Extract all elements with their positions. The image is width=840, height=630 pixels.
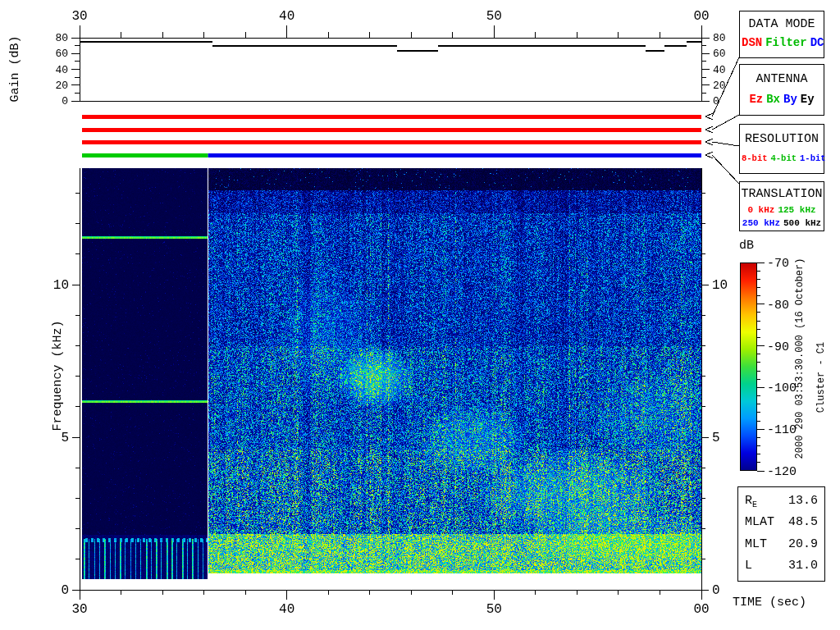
- table-row: MLAT 48.5: [745, 515, 818, 531]
- data-mode-box: DATA MODE DSNFilterDC: [739, 11, 824, 58]
- colorbar-tick-label: -80: [767, 299, 789, 313]
- axis-line: [705, 126, 713, 130]
- legend-item: 8-bit: [742, 153, 768, 163]
- time-tick-label-bottom: 50: [486, 602, 502, 617]
- gain-axis-title: Gain (dB): [8, 35, 22, 102]
- antenna-bar: [82, 128, 701, 132]
- translation-title: TRANSLATION: [740, 187, 824, 201]
- resolution-box: RESOLUTION 8-bit4-bit1-bit: [739, 124, 824, 174]
- table-row: RE 13.6: [745, 494, 818, 509]
- data-mode-title: DATA MODE: [740, 17, 824, 31]
- freq-tick-label-left: 0: [61, 583, 69, 598]
- antenna-values: EzBxByEy: [740, 93, 824, 106]
- spectrogram-canvas: [80, 168, 701, 579]
- antenna-box: ANTENNA EzBxByEy: [739, 64, 824, 116]
- colorbar-gradient: [740, 262, 757, 471]
- axis-line: [712, 155, 739, 184]
- legend-item: 4-bit: [771, 153, 797, 163]
- time-tick-label-bottom: 40: [279, 602, 294, 617]
- row-label: RE: [745, 494, 757, 509]
- axis-line: [705, 142, 713, 145]
- wbd-plot-page: 3040500000202040406060808000551010304050…: [0, 0, 840, 630]
- time-tick-label-bottom: 00: [693, 602, 709, 617]
- table-row: MLT 20.9: [745, 537, 818, 553]
- time-tick-label-top: 50: [486, 9, 502, 24]
- legend-item: 500 kHz: [783, 218, 821, 228]
- resolution-bar: [82, 140, 701, 144]
- gain-tick-label-right: 20: [713, 80, 726, 92]
- axis-line: [712, 115, 739, 130]
- row-value: 20.9: [788, 537, 818, 553]
- gain-tick-label-left: 80: [55, 32, 68, 44]
- freq-tick-label-right: 0: [712, 583, 720, 598]
- axis-line: [705, 113, 713, 116]
- freq-tick-label-right: 10: [712, 278, 728, 293]
- gain-tick-label-right: 40: [713, 64, 726, 76]
- axis-line: [712, 57, 739, 116]
- time-tick-label-top: 40: [279, 9, 294, 24]
- gain-tick-label-left: 20: [55, 80, 68, 92]
- colorbar-tick-label: -110: [767, 423, 797, 437]
- freq-tick-label-right: 5: [712, 431, 720, 445]
- gain-tick-label-left: 0: [62, 95, 68, 107]
- gain-tick-label-right: 60: [713, 48, 726, 60]
- legend-item: DSN: [742, 36, 762, 49]
- legend-item-row: 0 kHz125 kHz: [740, 203, 824, 217]
- axis-line: [705, 116, 713, 120]
- gain-tick-label-right: 80: [713, 32, 726, 44]
- row-value: 31.0: [788, 559, 818, 574]
- colorbar-tick-label: -120: [767, 465, 797, 479]
- translation-bar: [208, 153, 701, 158]
- translation-values: 0 kHz125 kHz250 kHz500 kHz: [740, 203, 824, 230]
- axis-line: [705, 152, 713, 155]
- translation-box: TRANSLATION 0 kHz125 kHz250 kHz500 kHz: [739, 181, 824, 231]
- data-mode-bar: [82, 115, 701, 119]
- row-value: 13.6: [788, 494, 818, 509]
- colorbar-tick-label: -90: [767, 340, 789, 354]
- translation-bar: [82, 153, 208, 158]
- colorbar-tick-label: -70: [767, 257, 789, 271]
- legend-item: Filter: [765, 36, 806, 49]
- legend-item-row: 250 kHz500 kHz: [740, 217, 824, 230]
- colorbar-tick-label: -100: [767, 381, 797, 395]
- time-tick-label-top: 30: [71, 9, 87, 24]
- row-label: L: [745, 559, 752, 574]
- legend-item: 1-bit: [800, 153, 826, 163]
- spacecraft-label: Cluster - C1: [815, 342, 827, 413]
- time-tick-label-bottom: 30: [71, 602, 87, 617]
- freq-tick-label-left: 10: [53, 278, 69, 293]
- resolution-title: RESOLUTION: [740, 132, 824, 146]
- data-mode-values: DSNFilterDC: [740, 36, 824, 49]
- ephemeris-table: RE 13.6 MLAT 48.5 MLT 20.9 L 31.0: [737, 486, 825, 582]
- axis-line: [705, 155, 713, 158]
- gain-tick-label-right: 0: [713, 95, 719, 107]
- legend-item: By: [783, 93, 797, 106]
- gain-plot-frame: [80, 38, 701, 101]
- axis-line: [705, 130, 713, 133]
- antenna-title: ANTENNA: [740, 72, 824, 86]
- colorbar-unit-label: dB: [739, 239, 754, 253]
- legend-item: 0 kHz: [747, 205, 774, 215]
- row-label: MLAT: [745, 515, 774, 531]
- legend-item: Ey: [801, 93, 815, 106]
- row-value: 48.5: [788, 515, 818, 531]
- time-axis-label: TIME (sec): [733, 596, 806, 609]
- frequency-axis-title: Frequency (kHz): [51, 320, 65, 431]
- legend-item: 125 kHz: [778, 205, 815, 215]
- axis-line: [712, 142, 739, 146]
- legend-item: Bx: [766, 93, 780, 106]
- datetime-label: 2000 290 03:53:30.000 (16 October): [794, 258, 806, 459]
- freq-tick-label-left: 5: [61, 431, 69, 445]
- gain-tick-label-left: 60: [55, 48, 68, 60]
- legend-item: DC: [810, 36, 824, 49]
- row-label: MLT: [745, 537, 767, 553]
- resolution-values: 8-bit4-bit1-bit: [740, 153, 824, 163]
- axis-line: [705, 139, 713, 142]
- gain-tick-label-left: 40: [55, 64, 68, 76]
- legend-item: 250 kHz: [742, 218, 780, 228]
- legend-item: Ez: [749, 93, 763, 106]
- time-tick-label-top: 00: [693, 9, 709, 24]
- table-row: L 31.0: [745, 559, 818, 574]
